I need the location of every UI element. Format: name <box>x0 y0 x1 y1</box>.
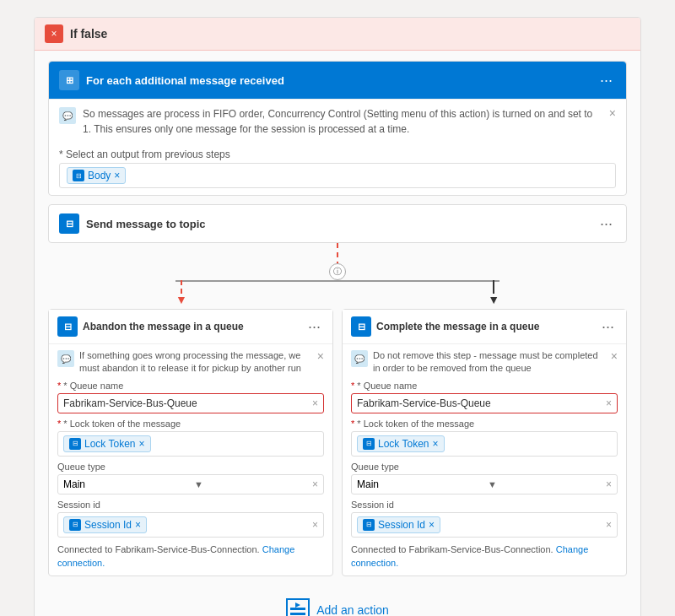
complete-connection-label: Connected to Fabrikam-Service-Bus-Connec… <box>351 544 554 554</box>
abandon-info-row: 💬 If something goes wrong processing the… <box>57 349 324 376</box>
abandon-col: ⊟ Abandon the message in a queue ··· 💬 I… <box>48 309 333 576</box>
left-arrow-line <box>181 280 182 294</box>
for-each-title: For each additional message received <box>86 74 590 87</box>
abandon-connection-text: Connected to Fabrikam-Service-Bus-Connec… <box>57 543 324 570</box>
complete-queue-type-select[interactable]: Main ▼ × <box>351 474 618 494</box>
right-arrow-head: ▼ <box>488 294 500 305</box>
select-output-input[interactable]: ⊟ Body × <box>59 163 616 188</box>
complete-icon-box: ⊟ <box>351 316 371 337</box>
complete-queue-type-clear[interactable]: × <box>606 478 612 490</box>
connector-h-line <box>176 280 500 282</box>
abandon-session-id-section: Session id ⊟ Session Id × × <box>57 500 324 538</box>
right-arrow: ▼ <box>488 280 500 305</box>
abandon-queue-type-section: Queue type Main ▼ × <box>57 462 324 494</box>
abandon-session-id-remove[interactable]: × <box>135 519 141 531</box>
abandon-queue-name-section: * * Queue name Fabrikam-Service-Bus-Queu… <box>57 381 324 413</box>
right-arrow-line <box>493 280 494 294</box>
abandon-block: ⊟ Abandon the message in a queue ··· 💬 I… <box>48 309 333 576</box>
complete-session-id-section: Session id ⊟ Session Id × × <box>351 500 618 538</box>
for-each-block: ⊞ For each additional message received ·… <box>48 61 627 196</box>
abandon-session-id-icon: ⊟ <box>69 519 81 531</box>
close-icon: × <box>51 28 57 40</box>
body-tag: ⊟ Body × <box>67 167 126 184</box>
send-message-header: ⊟ Send message to topic ··· <box>49 205 626 242</box>
left-arrow-head: ▼ <box>176 294 187 305</box>
tag-icon: ⊟ <box>73 170 84 181</box>
abandon-lock-token-tag: ⊟ Lock Token × <box>63 435 151 452</box>
complete-queue-name-label-text: * Queue name <box>357 381 417 391</box>
abandon-body: 💬 If something goes wrong processing the… <box>49 344 332 575</box>
tag-remove-button[interactable]: × <box>114 170 120 181</box>
abandon-lock-token-label: * * Lock token of the message <box>57 419 324 429</box>
abandon-info-close[interactable]: × <box>317 349 324 363</box>
abandon-lock-token-section: * * Lock token of the message ⊟ Lock Tok… <box>57 419 324 457</box>
complete-info-row: 💬 Do not remove this step - message must… <box>351 349 618 376</box>
complete-queue-name-clear[interactable]: × <box>606 397 612 409</box>
complete-connection-text: Connected to Fabrikam-Service-Bus-Connec… <box>351 543 618 570</box>
abandon-queue-name-input[interactable]: Fabrikam-Service-Bus-Queue × <box>57 393 324 413</box>
abandon-queue-type-clear[interactable]: × <box>312 478 318 490</box>
complete-session-id-input[interactable]: ⊟ Session Id × × <box>351 512 618 538</box>
add-action-label: Add an action <box>316 603 389 616</box>
info-close-button[interactable]: × <box>609 106 616 120</box>
abandon-queue-name-clear[interactable]: × <box>312 397 318 409</box>
abandon-info-icon: 💬 <box>57 350 74 367</box>
complete-required-star-1: * <box>351 381 354 391</box>
required-star-1: * <box>57 381 61 391</box>
complete-block: ⊟ Complete the message in a queue ··· 💬 … <box>342 309 627 576</box>
info-icon-box: 💬 <box>59 107 76 124</box>
select-output-section: * Select an output from previous steps ⊟… <box>49 143 626 188</box>
two-col-section: ⊟ Abandon the message in a queue ··· 💬 I… <box>48 309 627 576</box>
add-action-area[interactable]: Add an action <box>48 585 627 616</box>
svg-rect-1 <box>290 613 305 615</box>
abandon-connection-label: Connected to Fabrikam-Service-Bus-Connec… <box>57 544 260 554</box>
complete-lock-token-tag: ⊟ Lock Token × <box>357 435 445 452</box>
abandon-lock-token-icon: ⊟ <box>69 438 81 450</box>
complete-session-id-clear[interactable]: × <box>606 519 612 531</box>
complete-lock-token-remove[interactable]: × <box>433 438 439 450</box>
abandon-title: Abandon the message in a queue <box>83 321 300 332</box>
abandon-lock-token-label-text: * Lock token of the message <box>63 419 181 429</box>
complete-info-icon: 💬 <box>351 350 368 367</box>
abandon-queue-type-label: Queue type <box>57 462 324 472</box>
for-each-icon: ⊞ <box>59 70 79 90</box>
add-action-svg-icon <box>290 602 305 616</box>
abandon-queue-name-label-text: * Queue name <box>63 381 123 391</box>
abandon-lock-token-remove[interactable]: × <box>139 438 145 450</box>
complete-info-text: Do not remove this step - message must b… <box>373 349 602 376</box>
complete-lock-token-icon: ⊟ <box>363 438 375 450</box>
close-button[interactable]: × <box>45 24 63 43</box>
svg-rect-0 <box>290 608 305 610</box>
complete-session-id-label: Session id <box>351 500 618 510</box>
complete-queue-name-section: * * Queue name Fabrikam-Service-Bus-Queu… <box>351 381 618 413</box>
select-output-label: * Select an output from previous steps <box>49 143 626 163</box>
abandon-queue-type-value: Main <box>63 478 85 490</box>
complete-col: ⊟ Complete the message in a queue ··· 💬 … <box>342 309 627 576</box>
abandon-dots-menu[interactable]: ··· <box>305 318 324 336</box>
complete-title: Complete the message in a queue <box>376 321 593 332</box>
main-container: × If false ⊞ For each additional message… <box>34 17 641 616</box>
complete-queue-name-input[interactable]: Fabrikam-Service-Bus-Queue × <box>351 393 618 413</box>
left-arrow: ▼ <box>176 280 187 305</box>
complete-queue-type-label: Queue type <box>351 462 618 472</box>
complete-dots-menu[interactable]: ··· <box>598 318 618 336</box>
abandon-queue-type-select[interactable]: Main ▼ × <box>57 474 324 494</box>
complete-info-close[interactable]: × <box>611 349 618 363</box>
abandon-lock-token-value: Lock Token <box>84 438 136 450</box>
info-text: So messages are process in FIFO order, C… <box>83 106 599 137</box>
send-message-dots-menu[interactable]: ··· <box>597 215 616 233</box>
for-each-dots-menu[interactable]: ··· <box>597 72 616 89</box>
required-star-2: * <box>57 419 61 429</box>
abandon-info-text: If something goes wrong processing the m… <box>79 349 309 376</box>
send-message-block: ⊟ Send message to topic ··· <box>48 204 627 243</box>
complete-header: ⊟ Complete the message in a queue ··· <box>343 310 626 344</box>
complete-session-id-remove[interactable]: × <box>429 519 435 531</box>
complete-queue-type-section: Queue type Main ▼ × <box>351 462 618 494</box>
complete-lock-token-section: * * Lock token of the message ⊟ Lock Tok… <box>351 419 618 457</box>
abandon-session-id-clear[interactable]: × <box>312 519 318 531</box>
for-each-header: ⊞ For each additional message received ·… <box>49 62 626 100</box>
if-false-header: × If false <box>35 18 640 51</box>
abandon-session-id-input[interactable]: ⊟ Session Id × × <box>57 512 324 538</box>
complete-lock-token-input[interactable]: ⊟ Lock Token × <box>351 431 618 457</box>
abandon-lock-token-input[interactable]: ⊟ Lock Token × <box>57 431 324 457</box>
